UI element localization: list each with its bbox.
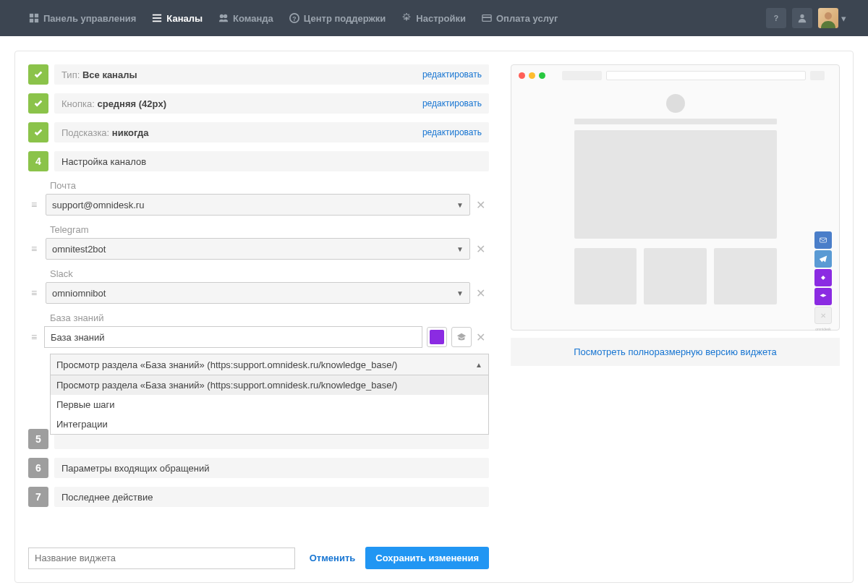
drag-handle[interactable]: ≡ [28,199,40,210]
mail-select[interactable]: support@omnidesk.ru ▼ [46,194,470,216]
delete-button[interactable]: ✕ [476,331,489,344]
kb-icon-button[interactable] [451,327,472,347]
gear-icon [401,13,412,23]
check-icon [33,98,43,108]
drag-handle[interactable]: ≡ [28,331,40,343]
widget-channel-buttons: ✕ omnidesk [814,231,832,331]
svg-point-8 [224,14,227,18]
svg-rect-2 [30,19,33,22]
delete-button[interactable]: ✕ [476,198,489,212]
check-badge [28,122,48,142]
browser-dots [519,72,545,79]
slack-icon [819,273,827,282]
envelope-icon [819,236,827,244]
color-picker[interactable] [427,327,447,347]
check-icon [33,69,43,80]
widget-brand: omnidesk [814,327,832,331]
placeholder-box [644,248,707,304]
kb-option[interactable]: Интеграции [51,414,488,434]
svg-rect-1 [35,14,38,17]
slack-select[interactable]: omniomnibot ▼ [46,282,470,304]
kb-option[interactable]: Просмотр раздела «База знаний» (https:su… [51,375,488,395]
select-value: Просмотр раздела «База знаний» (https:su… [56,359,397,370]
step-tooltip: Подсказка: никогда редактировать [28,122,489,142]
person-icon [797,13,807,23]
step-number-badge: 7 [28,487,48,507]
widget-name-input[interactable] [28,547,295,569]
widget-btn-mail[interactable] [814,231,832,249]
edit-link[interactable]: редактировать [422,98,482,108]
nav-team[interactable]: Команда [211,0,281,36]
svg-rect-6 [153,21,161,22]
channel-label-kb: База знаний [50,312,489,323]
svg-text:?: ? [774,14,778,22]
svg-rect-13 [482,17,491,18]
channel-label-slack: Slack [50,268,489,279]
widget-preview: ✕ omnidesk [511,64,840,331]
kb-title-input[interactable] [44,326,422,348]
users-icon [218,13,229,23]
placeholder-box [574,248,637,304]
delete-button[interactable]: ✕ [476,286,489,300]
fullsize-preview-link[interactable]: Посмотреть полноразмерную версию виджета [511,338,840,366]
widget-btn-close[interactable]: ✕ [814,307,832,324]
help-button[interactable]: ? [766,8,786,28]
svg-text:?: ? [292,15,296,22]
list-icon [152,13,162,23]
step-value: никогда [112,127,149,138]
svg-point-15 [800,14,804,18]
widget-btn-telegram[interactable] [814,250,832,268]
svg-point-7 [220,14,224,18]
avatar [818,8,838,28]
question-icon: ? [771,13,781,23]
kb-section-select[interactable]: Просмотр раздела «База знаний» (https:su… [50,354,489,375]
profile-button[interactable] [792,8,812,28]
step-title: Настройка каналов [61,156,146,167]
cancel-link[interactable]: Отменить [310,553,356,563]
help-icon: ? [289,13,299,23]
channel-slack: Slack ≡ omniomnibot ▼ ✕ [28,268,489,304]
nav-label: Центр поддержки [304,13,386,24]
nav-settings[interactable]: Настройки [394,0,473,36]
placeholder-line [574,119,777,124]
channel-knowledge-base: База знаний ≡ ✕ Просмотр раздела «База з… [28,312,489,435]
widget-btn-slack[interactable] [814,269,832,286]
check-icon [33,127,43,137]
edit-link[interactable]: редактировать [422,127,482,137]
drag-handle[interactable]: ≡ [28,287,40,299]
nav-billing[interactable]: Оплата услуг [475,0,566,36]
nav-label: Команда [233,13,273,24]
select-value: omnitest2bot [52,244,106,255]
widget-btn-kb[interactable] [814,288,832,305]
chevron-down-icon: ▼ [456,289,464,297]
svg-rect-0 [30,14,33,17]
chevron-down-icon: ▼ [456,245,464,253]
kb-option[interactable]: Первые шаги [51,395,488,414]
channel-telegram: Telegram ≡ omnitest2bot ▼ ✕ [28,224,489,260]
step-prefix: Кнопка: [61,98,95,109]
step-title: Последнее действие [61,492,153,503]
nav-label: Каналы [166,13,203,24]
browser-url-bar [562,71,825,80]
nav-channels[interactable]: Каналы [145,0,210,36]
step-value: Все каналы [82,69,137,80]
placeholder-avatar [666,94,685,113]
select-value: omniomnibot [52,288,106,299]
graduation-cap-icon [456,332,467,342]
delete-button[interactable]: ✕ [476,242,489,256]
step-value: средняя (42px) [97,98,166,109]
drag-handle[interactable]: ≡ [28,243,40,255]
save-button[interactable]: Сохранить изменения [365,547,489,569]
graduation-cap-icon [819,292,827,301]
edit-link[interactable]: редактировать [422,69,482,80]
user-menu[interactable]: ▾ [818,8,846,28]
check-badge [28,64,48,85]
top-navigation: Панель управления Каналы Команда ? Центр… [0,0,868,36]
nav-help-center[interactable]: ? Центр поддержки [282,0,393,36]
svg-rect-4 [153,14,161,16]
telegram-select[interactable]: omnitest2bot ▼ [46,238,470,260]
nav-dashboard[interactable]: Панель управления [22,0,143,36]
nav-label: Панель управления [43,13,136,24]
chevron-down-icon: ▾ [841,13,846,24]
chevron-down-icon: ▼ [456,201,464,209]
